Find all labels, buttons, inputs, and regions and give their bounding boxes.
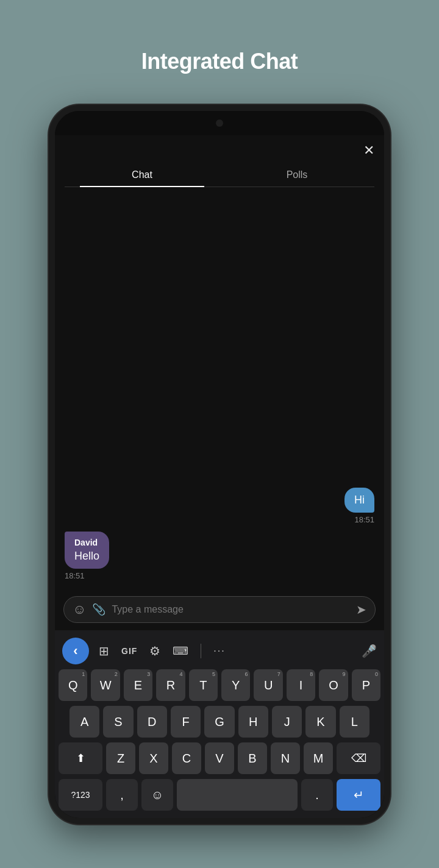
key-j[interactable]: J <box>272 706 302 738</box>
gif-label[interactable]: GIF <box>119 646 140 656</box>
shift-key[interactable]: ⬆ <box>59 742 102 774</box>
key-t[interactable]: 5T <box>189 669 218 701</box>
key-comma[interactable]: , <box>106 779 138 811</box>
app-content: ✕ Chat Polls Hi 18:51 David <box>55 135 384 818</box>
key-y[interactable]: 6Y <box>221 669 250 701</box>
kb-bottom-row: ?123 , ☺ . ↵ <box>59 779 380 816</box>
keyboard-toolbar: ‹ ⊞ GIF ⚙ ⌨ ··· 🎤 <box>57 635 382 669</box>
message-bubble-outgoing: Hi <box>344 488 374 513</box>
key-u[interactable]: 7U <box>254 669 282 701</box>
message-time-outgoing: 18:51 <box>354 515 374 524</box>
key-e[interactable]: 3E <box>124 669 152 701</box>
key-g[interactable]: G <box>204 706 234 738</box>
tab-chat[interactable]: Chat <box>65 163 220 187</box>
phone-frame: ✕ Chat Polls Hi 18:51 David <box>49 105 390 824</box>
key-o[interactable]: 9O <box>319 669 348 701</box>
key-i[interactable]: 8I <box>287 669 315 701</box>
attachment-icon[interactable]: 📎 <box>92 603 105 616</box>
key-emoji-bottom[interactable]: ☺ <box>141 779 173 811</box>
key-z[interactable]: Z <box>106 742 135 774</box>
phone-top-bar <box>55 111 384 135</box>
key-s[interactable]: S <box>103 706 133 738</box>
key-q[interactable]: 1Q <box>59 669 87 701</box>
tab-polls[interactable]: Polls <box>220 163 374 187</box>
sticker-icon[interactable]: ⊞ <box>96 644 112 658</box>
key-w[interactable]: 2W <box>91 669 120 701</box>
kb-row-1: 1Q 2W 3E 4R 5T 6Y 7U 8I 9O 0P <box>59 669 380 701</box>
key-p[interactable]: 0P <box>352 669 380 701</box>
message-input-bar: ☺ 📎 ➤ <box>63 596 376 623</box>
backspace-key[interactable]: ⌫ <box>337 742 380 774</box>
message-input[interactable] <box>112 604 350 615</box>
toolbar-divider <box>201 644 201 658</box>
message-sender: David <box>74 538 99 547</box>
close-button[interactable]: ✕ <box>363 143 374 158</box>
message-bubble-incoming: David Hello <box>65 532 109 569</box>
key-period[interactable]: . <box>301 779 333 811</box>
keyboard-back-button[interactable]: ‹ <box>62 638 89 664</box>
app-header: ✕ Chat Polls <box>55 135 384 187</box>
key-m[interactable]: M <box>304 742 333 774</box>
key-v[interactable]: V <box>205 742 234 774</box>
keyboard: ‹ ⊞ GIF ⚙ ⌨ ··· 🎤 1Q 2W 3E 4R 5T <box>55 630 384 818</box>
kb-row-2: A S D F G H J K L <box>59 706 380 738</box>
key-space[interactable] <box>177 779 298 811</box>
key-b[interactable]: B <box>238 742 267 774</box>
back-icon: ‹ <box>73 643 77 659</box>
phone-camera <box>216 119 223 127</box>
mic-icon[interactable]: 🎤 <box>362 644 377 658</box>
key-d[interactable]: D <box>137 706 167 738</box>
key-x[interactable]: X <box>139 742 168 774</box>
key-k[interactable]: K <box>305 706 335 738</box>
translate-icon[interactable]: ⌨ <box>170 644 191 658</box>
messages-area: Hi 18:51 David Hello 18:51 <box>55 187 384 590</box>
message-time-incoming: 18:51 <box>65 571 85 580</box>
keyboard-rows: 1Q 2W 3E 4R 5T 6Y 7U 8I 9O 0P A S D F <box>57 669 382 816</box>
key-h[interactable]: H <box>238 706 268 738</box>
page-title: Integrated Chat <box>141 49 298 74</box>
key-l[interactable]: L <box>340 706 369 738</box>
emoji-icon[interactable]: ☺ <box>73 602 86 617</box>
message-row-incoming: David Hello 18:51 <box>65 532 374 580</box>
kb-row-3: ⬆ Z X C V B N M ⌫ <box>59 742 380 774</box>
message-row-outgoing: Hi 18:51 <box>65 488 374 524</box>
key-c[interactable]: C <box>172 742 201 774</box>
key-enter[interactable]: ↵ <box>337 779 380 811</box>
more-icon[interactable]: ··· <box>211 646 227 656</box>
tabs-bar: Chat Polls <box>65 163 374 187</box>
send-button[interactable]: ➤ <box>356 602 366 617</box>
key-n[interactable]: N <box>271 742 300 774</box>
key-123[interactable]: ?123 <box>59 779 102 811</box>
settings-icon[interactable]: ⚙ <box>147 644 163 658</box>
key-f[interactable]: F <box>171 706 201 738</box>
key-a[interactable]: A <box>70 706 99 738</box>
key-r[interactable]: 4R <box>156 669 185 701</box>
